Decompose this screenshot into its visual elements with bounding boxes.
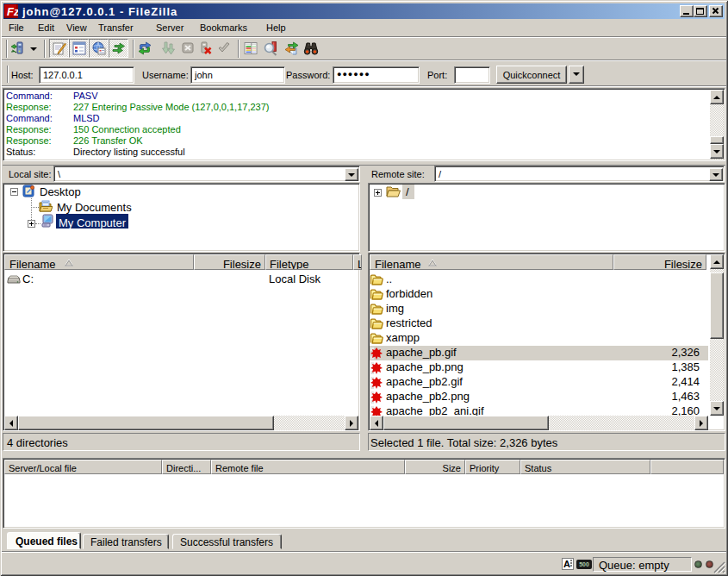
svg-text:Fz: Fz [7, 5, 18, 18]
svg-text:A: A [563, 559, 570, 569]
